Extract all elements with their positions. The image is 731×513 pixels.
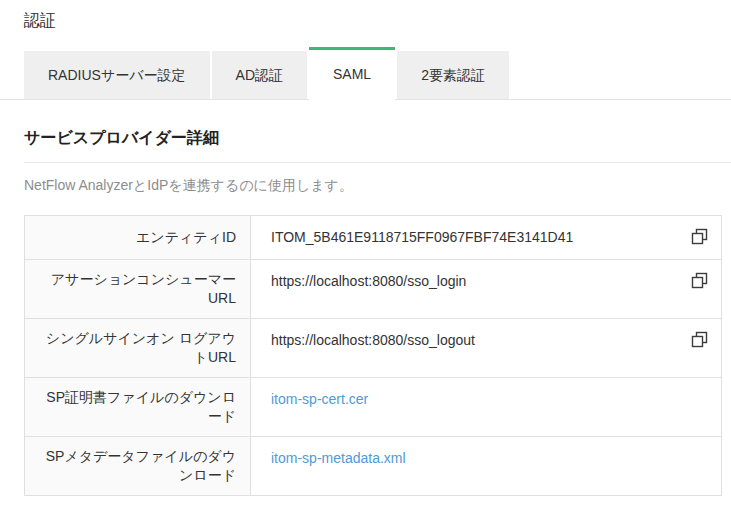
auth-tabbar: RADIUSサーバー設定 AD認証 SAML 2要素認証 — [0, 47, 731, 100]
row-value: https://localhost:8080/sso_login — [251, 260, 721, 318]
copy-icon[interactable] — [689, 270, 709, 290]
service-provider-table: エンティティID ITOM_5B461E9118715FF0967FBF74E3… — [24, 215, 722, 496]
table-row-sso-logout-url: シングルサインオン ログアウトURL https://localhost:808… — [25, 319, 721, 378]
row-label: SP証明書ファイルのダウンロード — [25, 378, 251, 436]
sp-certificate-download-link[interactable]: itom-sp-cert.cer — [271, 391, 368, 407]
tab-radius-server-settings[interactable]: RADIUSサーバー設定 — [24, 51, 210, 99]
row-label: シングルサインオン ログアウトURL — [25, 319, 251, 377]
section-description: NetFlow AnalyzerとIdPを連携するのに使用します。 — [24, 176, 707, 194]
row-value: https://localhost:8080/sso_logout — [251, 319, 721, 377]
copy-icon[interactable] — [689, 226, 709, 246]
row-label: エンティティID — [25, 216, 251, 259]
sp-metadata-download-link[interactable]: itom-sp-metadata.xml — [271, 450, 406, 466]
copy-icon[interactable] — [689, 329, 709, 349]
row-value: itom-sp-cert.cer — [251, 378, 721, 436]
row-label: SPメタデータファイルのダウンロード — [25, 437, 251, 495]
row-value: itom-sp-metadata.xml — [251, 437, 721, 495]
sso-logout-url-value: https://localhost:8080/sso_logout — [271, 332, 475, 348]
table-row-sp-metadata-download: SPメタデータファイルのダウンロード itom-sp-metadata.xml — [25, 437, 721, 495]
tab-two-factor-auth[interactable]: 2要素認証 — [397, 51, 509, 99]
table-row-entity-id: エンティティID ITOM_5B461E9118715FF0967FBF74E3… — [25, 216, 721, 260]
assertion-consumer-url-value: https://localhost:8080/sso_login — [271, 273, 466, 289]
row-label: アサーションコンシューマーURL — [25, 260, 251, 318]
table-row-sp-certificate-download: SP証明書ファイルのダウンロード itom-sp-cert.cer — [25, 378, 721, 437]
row-value: ITOM_5B461E9118715FF0967FBF74E3141D41 — [251, 216, 721, 259]
section-divider — [24, 162, 731, 163]
tab-ad-auth[interactable]: AD認証 — [212, 51, 307, 99]
page-title: 認証 — [0, 0, 731, 30]
section-heading-service-provider-details: サービスプロバイダー詳細 — [24, 128, 707, 147]
tab-saml[interactable]: SAML — [309, 47, 395, 105]
entity-id-value: ITOM_5B461E9118715FF0967FBF74E3141D41 — [271, 229, 573, 245]
table-row-assertion-consumer-url: アサーションコンシューマーURL https://localhost:8080/… — [25, 260, 721, 319]
